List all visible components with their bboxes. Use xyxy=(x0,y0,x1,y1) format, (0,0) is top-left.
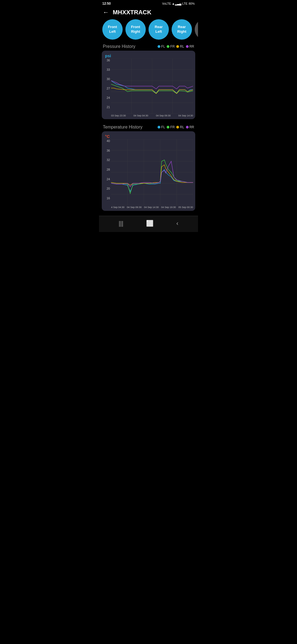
y-label-27: 27 xyxy=(104,87,110,90)
tx-label-5: 05 Sep 00:30 xyxy=(178,206,193,209)
pressure-unit: psi xyxy=(104,53,193,58)
bottom-nav: ||| ⬜ ‹ xyxy=(99,216,198,232)
tx-label-4: 04 Sep 19:30 xyxy=(161,206,176,209)
legend-rr-dot xyxy=(186,45,189,48)
temp-history-header: Temperature History FL FR RL RR xyxy=(99,124,198,131)
back-button[interactable]: ← xyxy=(103,9,109,16)
nav-home-icon[interactable]: ⬜ xyxy=(146,220,153,227)
temp-legend: FL FR RL RR xyxy=(158,125,194,129)
temp-legend-rr: RR xyxy=(186,125,194,129)
legend-fl: FL xyxy=(158,45,165,48)
y-label-33: 33 xyxy=(104,68,110,71)
legend-fr-label: FR xyxy=(170,45,175,48)
legend-rr: RR xyxy=(186,45,194,48)
tx-label-1: 4 Sep 04:30 xyxy=(111,206,125,209)
y-label-24: 24 xyxy=(104,96,110,99)
header: ← MHXXTRACK xyxy=(99,7,198,19)
signal-icon: VoLTE ▲▂▃▄ LTE xyxy=(162,2,188,6)
temp-x-axis: 4 Sep 04:30 04 Sep 09:30 04 Sep 14:30 04… xyxy=(104,206,193,209)
legend-fr-dot xyxy=(167,45,169,48)
tire-btn-front-right[interactable]: FrontRight xyxy=(125,19,146,40)
tire-btn-rear-right[interactable]: RearRight xyxy=(172,19,192,40)
ty-label-24: 24 xyxy=(104,178,110,181)
temp-chart-card: °C 40 36 32 28 24 20 16 xyxy=(102,131,195,211)
tx-label-2: 04 Sep 09:30 xyxy=(127,206,142,209)
tire-btn-stepney[interactable]: Stepney xyxy=(195,19,198,40)
pressure-chart-card: psi 36 33 30 27 24 21 xyxy=(102,51,195,119)
temp-unit: °C xyxy=(104,134,193,139)
x-label-4: 04 Sep 14:30 xyxy=(178,114,193,117)
nav-back-icon[interactable]: ‹ xyxy=(176,220,178,227)
ty-label-16: 16 xyxy=(104,197,110,200)
temp-legend-fr-dot xyxy=(167,126,169,129)
temp-legend-rr-label: RR xyxy=(189,125,194,129)
page-title: MHXXTRACK xyxy=(113,9,152,16)
pressure-chart-svg xyxy=(111,59,193,114)
temp-y-axis: 40 36 32 28 24 20 16 xyxy=(104,139,110,200)
status-time: 12:50 xyxy=(102,2,111,6)
legend-rr-label: RR xyxy=(189,45,194,48)
temp-chart-svg xyxy=(111,139,193,205)
temp-legend-rl: RL xyxy=(176,125,184,129)
temp-legend-fr-label: FR xyxy=(170,125,175,129)
x-label-3: 04 Sep 09:30 xyxy=(156,114,171,117)
pressure-legend: FL FR RL RR xyxy=(158,45,194,48)
x-label-2: 04 Sep 04:30 xyxy=(133,114,148,117)
pressure-history-header: Pressure History FL FR RL RR xyxy=(99,43,198,51)
temp-legend-fl-label: FL xyxy=(161,125,165,129)
temp-legend-fr: FR xyxy=(167,125,175,129)
ty-label-40: 40 xyxy=(104,139,110,143)
battery-level: 80% xyxy=(189,2,195,5)
nav-menu-icon[interactable]: ||| xyxy=(119,220,123,227)
legend-fr: FR xyxy=(167,45,175,48)
temp-legend-fl-dot xyxy=(158,126,160,129)
temp-chart-area: 40 36 32 28 24 20 16 xyxy=(104,139,193,209)
pressure-x-axis: 03 Sep 23:30 04 Sep 04:30 04 Sep 09:30 0… xyxy=(104,114,193,117)
temp-legend-rr-dot xyxy=(186,126,189,129)
tire-btn-rear-left[interactable]: RearLeft xyxy=(148,19,169,40)
tire-btn-front-left[interactable]: FrontLeft xyxy=(102,19,123,40)
ty-label-32: 32 xyxy=(104,158,110,162)
temp-legend-rl-dot xyxy=(176,126,179,129)
legend-rl-label: RL xyxy=(180,45,184,48)
ty-label-28: 28 xyxy=(104,168,110,171)
ty-label-20: 20 xyxy=(104,187,110,190)
pressure-history-title: Pressure History xyxy=(103,44,135,49)
temp-legend-fl: FL xyxy=(158,125,165,129)
tx-label-3: 04 Sep 14:30 xyxy=(144,206,159,209)
pressure-chart-area: 36 33 30 27 24 21 xyxy=(104,59,193,117)
legend-fl-dot xyxy=(158,45,160,48)
status-right: VoLTE ▲▂▃▄ LTE 80% xyxy=(162,2,195,6)
x-label-1: 03 Sep 23:30 xyxy=(111,114,126,117)
legend-rl: RL xyxy=(176,45,184,48)
tire-button-group: FrontLeft FrontRight RearLeft RearRight … xyxy=(99,19,198,43)
ty-label-36: 36 xyxy=(104,149,110,152)
pressure-y-axis: 36 33 30 27 24 21 xyxy=(104,59,110,109)
legend-rl-dot xyxy=(176,45,179,48)
y-label-36: 36 xyxy=(104,59,110,62)
legend-fl-label: FL xyxy=(161,45,165,48)
temp-legend-rl-label: RL xyxy=(180,125,184,129)
temp-history-title: Temperature History xyxy=(103,125,142,130)
y-label-30: 30 xyxy=(104,77,110,81)
y-label-21: 21 xyxy=(104,105,110,109)
status-bar: 12:50 VoLTE ▲▂▃▄ LTE 80% xyxy=(99,0,198,7)
